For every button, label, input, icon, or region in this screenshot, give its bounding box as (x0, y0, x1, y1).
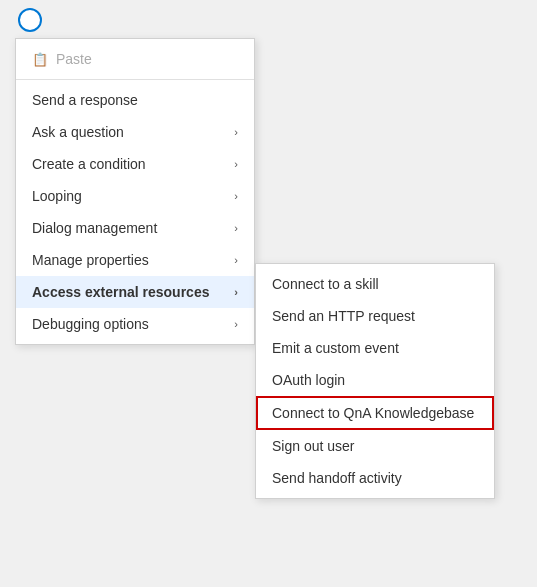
chevron-right-icon: › (234, 222, 238, 234)
menu-item-paste-label: Paste (56, 51, 238, 67)
paste-icon: 📋 (32, 52, 48, 67)
menu-item-create-condition[interactable]: Create a condition › (16, 148, 254, 180)
chevron-right-icon: › (234, 190, 238, 202)
menu-item-send-handoff[interactable]: Send handoff activity (256, 462, 494, 494)
menu-item-debugging-options-label: Debugging options (32, 316, 222, 332)
menu-item-oauth-login[interactable]: OAuth login (256, 364, 494, 396)
chevron-right-icon: › (234, 126, 238, 138)
menu-item-looping-label: Looping (32, 188, 222, 204)
flow-node (18, 8, 42, 32)
menu-item-connect-qna[interactable]: Connect to QnA Knowledgebase (256, 396, 494, 430)
menu-item-custom-event[interactable]: Emit a custom event (256, 332, 494, 364)
menu-item-send-response-label: Send a response (32, 92, 238, 108)
menu-item-ask-question-label: Ask a question (32, 124, 222, 140)
menu-item-ask-question[interactable]: Ask a question › (16, 116, 254, 148)
chevron-right-icon: › (234, 286, 238, 298)
secondary-context-menu: Connect to a skill Send an HTTP request … (255, 263, 495, 499)
menu-item-connect-skill-label: Connect to a skill (272, 276, 478, 292)
menu-item-http-request[interactable]: Send an HTTP request (256, 300, 494, 332)
menu-item-manage-properties-label: Manage properties (32, 252, 222, 268)
menu-item-sign-out-user-label: Sign out user (272, 438, 478, 454)
menu-item-dialog-management-label: Dialog management (32, 220, 222, 236)
menu-item-connect-skill[interactable]: Connect to a skill (256, 268, 494, 300)
menu-item-paste[interactable]: 📋 Paste (16, 43, 254, 75)
menu-item-send-handoff-label: Send handoff activity (272, 470, 478, 486)
menu-divider (16, 79, 254, 80)
menu-item-debugging-options[interactable]: Debugging options › (16, 308, 254, 340)
menu-item-looping[interactable]: Looping › (16, 180, 254, 212)
primary-context-menu: 📋 Paste Send a response Ask a question ›… (15, 38, 255, 345)
chevron-right-icon: › (234, 254, 238, 266)
menu-item-connect-qna-label: Connect to QnA Knowledgebase (272, 405, 478, 421)
menu-item-access-external-resources-label: Access external resources (32, 284, 222, 300)
menu-item-access-external-resources[interactable]: Access external resources › (16, 276, 254, 308)
chevron-right-icon: › (234, 158, 238, 170)
chevron-right-icon: › (234, 318, 238, 330)
menu-item-custom-event-label: Emit a custom event (272, 340, 478, 356)
menu-item-sign-out-user[interactable]: Sign out user (256, 430, 494, 462)
menu-item-dialog-management[interactable]: Dialog management › (16, 212, 254, 244)
menu-item-oauth-login-label: OAuth login (272, 372, 478, 388)
menu-item-create-condition-label: Create a condition (32, 156, 222, 172)
menu-item-send-response[interactable]: Send a response (16, 84, 254, 116)
menu-item-http-request-label: Send an HTTP request (272, 308, 478, 324)
menu-item-manage-properties[interactable]: Manage properties › (16, 244, 254, 276)
